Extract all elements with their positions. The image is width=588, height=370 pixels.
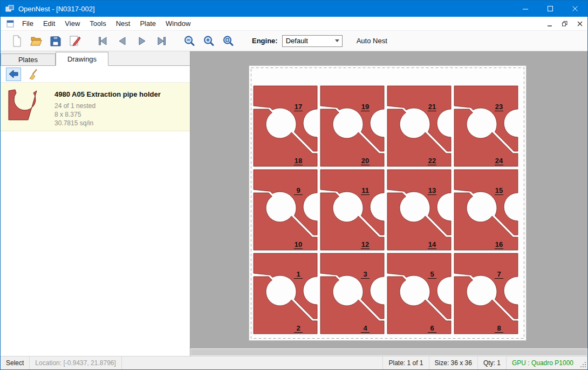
mdi-minimize-icon (546, 20, 553, 28)
part-number: 10 (295, 240, 302, 248)
drawing-nested-count: 24 of 1 nested (54, 102, 161, 110)
sidebar-tabstrip: Plates Drawings (1, 51, 190, 66)
part-number: 16 (495, 240, 503, 248)
drawing-thumbnail (5, 88, 54, 126)
drawing-list-item[interactable]: 4980 A05 Extraction pipe holder 24 of 1 … (1, 83, 190, 131)
part-number: 5 (430, 270, 434, 278)
last-plate-button[interactable] (152, 32, 171, 50)
part-number: 6 (430, 324, 434, 332)
part-number: 18 (295, 157, 302, 165)
tab-drawings[interactable]: Drawings (56, 52, 108, 66)
main-toolbar: Engine: Default Auto Nest (1, 31, 587, 51)
next-icon (135, 35, 148, 48)
previous-icon (116, 35, 129, 48)
new-file-icon (10, 35, 23, 48)
zoom-fit-icon (222, 35, 235, 48)
part-number: 24 (495, 157, 503, 165)
status-plate: Plate: 1 of 1 (383, 356, 428, 369)
drawings-toolbar (1, 66, 190, 83)
part-number: 20 (361, 157, 369, 165)
broom-icon (28, 68, 39, 80)
nest-canvas[interactable]: 171819202122232491011121314151612345678 (190, 51, 587, 356)
engine-select[interactable]: Default (282, 35, 343, 47)
open-folder-icon (30, 35, 43, 48)
menu-view[interactable]: View (60, 17, 85, 30)
part-number: 15 (495, 186, 503, 194)
first-icon (97, 35, 110, 48)
zoom-in-icon (202, 35, 215, 48)
scrollbar-thumb[interactable] (191, 349, 587, 355)
mdi-window-buttons (542, 17, 587, 30)
status-gpu: GPU : Quadro P1000 (507, 356, 579, 369)
save-as-button[interactable] (65, 32, 85, 50)
open-button[interactable] (26, 32, 46, 50)
first-plate-button[interactable] (93, 32, 113, 50)
part-number: 9 (296, 186, 300, 194)
minimize-button[interactable] (513, 1, 538, 17)
auto-nest-button[interactable]: Auto Nest (357, 37, 387, 45)
part-number: 7 (497, 270, 501, 278)
close-button[interactable] (563, 1, 587, 17)
mdi-close-icon (576, 20, 584, 28)
clear-button[interactable] (26, 68, 41, 81)
app-icon (5, 4, 14, 13)
part-number: 12 (361, 240, 369, 248)
zoom-fit-button[interactable] (218, 32, 238, 50)
title-bar[interactable]: OpenNest - [N0317-002] (1, 1, 587, 17)
engine-selected-value: Default (286, 37, 308, 45)
menu-nest[interactable]: Nest (111, 17, 135, 30)
part-number: 14 (428, 240, 436, 248)
status-location: Location: [-0.9437, 21.8796] (30, 356, 121, 369)
maximize-button[interactable] (538, 1, 563, 17)
previous-plate-button[interactable] (113, 32, 132, 50)
next-plate-button[interactable] (132, 32, 152, 50)
part-number: 23 (495, 103, 503, 111)
menu-bar: File Edit View Tools Nest Plate Window (1, 17, 587, 31)
arrow-left-icon (8, 68, 19, 80)
menu-tools[interactable]: Tools (85, 17, 111, 30)
drawing-size: 8 x 8.375 (54, 110, 161, 119)
zoom-in-button[interactable] (199, 32, 218, 50)
window-title: OpenNest - [N0317-002] (18, 5, 95, 13)
menu-window[interactable]: Window (161, 17, 195, 30)
new-button[interactable] (7, 32, 26, 50)
content-area: Plates Drawings 4980 A05 Extraction pipe… (1, 51, 587, 356)
menu-edit[interactable]: Edit (38, 17, 60, 30)
status-separator (121, 356, 122, 369)
mdi-minimize-button[interactable] (542, 17, 557, 30)
status-mode: Select (1, 356, 29, 369)
minimize-icon (522, 5, 529, 12)
part-number: 3 (363, 270, 367, 278)
zoom-out-button[interactable] (180, 32, 199, 50)
plate-view[interactable]: 171819202122232491011121314151612345678 (249, 65, 527, 341)
part-preview-shape (9, 90, 37, 120)
part-number: 4 (363, 324, 367, 332)
part-number: 11 (361, 186, 369, 194)
status-bar: Select Location: [-0.9437, 21.8796] Plat… (1, 356, 587, 369)
part-number: 1 (296, 270, 300, 278)
part-number: 22 (428, 157, 436, 165)
save-as-icon (69, 35, 81, 48)
tab-plates[interactable]: Plates (1, 53, 56, 65)
close-icon (572, 5, 578, 12)
send-to-nest-button[interactable] (6, 68, 21, 81)
mdi-restore-button[interactable] (557, 17, 572, 30)
child-window-icon[interactable] (6, 19, 15, 28)
engine-label: Engine: (252, 37, 278, 45)
drawing-title: 4980 A05 Extraction pipe holder (54, 90, 161, 98)
zoom-out-icon (183, 35, 196, 48)
part-number: 19 (361, 103, 369, 111)
chevron-down-icon (335, 39, 339, 42)
mdi-restore-icon (561, 20, 569, 28)
menu-plate[interactable]: Plate (135, 17, 161, 30)
horizontal-scrollbar[interactable] (190, 348, 587, 356)
part-number: 21 (428, 103, 436, 111)
part-number: 2 (296, 324, 300, 332)
mdi-close-button[interactable] (572, 17, 587, 30)
menu-file[interactable]: File (17, 17, 38, 30)
resize-grip[interactable] (579, 356, 587, 369)
part-number: 8 (497, 324, 501, 332)
resize-grip-icon (580, 361, 586, 368)
save-button[interactable] (46, 32, 65, 50)
sidebar-panel: Plates Drawings 4980 A05 Extraction pipe… (1, 51, 190, 356)
